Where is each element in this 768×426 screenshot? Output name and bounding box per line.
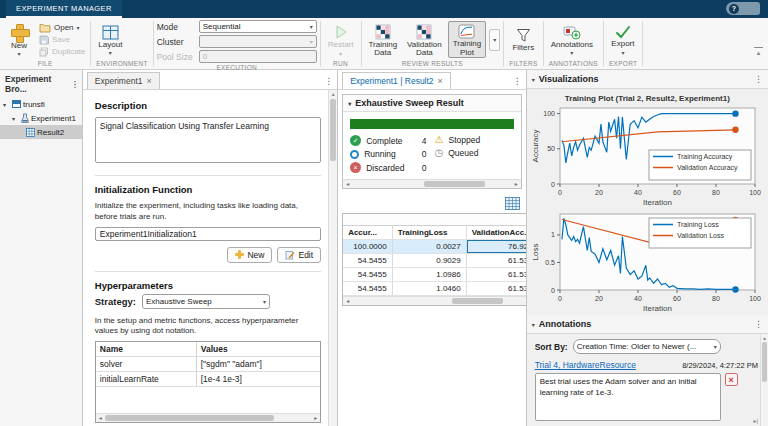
cell-values[interactable]: ["sgdm" "adam"]: [197, 357, 320, 371]
sort-by-select[interactable]: Creation Time: Older to Newer (... ▾: [573, 339, 721, 354]
scrollbar-thumb[interactable]: [424, 181, 485, 187]
annotations-header[interactable]: ▾ Annotations ⋮: [527, 315, 768, 334]
table-row[interactable]: 54.5455 0.9029 61.53: [343, 254, 526, 268]
cell-trainingloss[interactable]: 1.0986: [393, 268, 467, 281]
init-new-button[interactable]: New: [227, 247, 272, 263]
cell-values[interactable]: [1e-4 1e-3]: [197, 372, 320, 386]
close-icon[interactable]: ×: [147, 76, 152, 86]
tree-expand-icon[interactable]: ▾: [12, 115, 19, 122]
col-header-trainingloss[interactable]: TrainingLoss: [393, 226, 467, 239]
scroll-right-icon[interactable]: ►: [311, 415, 320, 421]
delete-annotation-button[interactable]: ×: [725, 373, 738, 386]
init-edit-button[interactable]: Edit: [277, 247, 321, 263]
kebab-menu-icon[interactable]: ⋮: [754, 74, 763, 84]
duplicate-button[interactable]: Duplicate: [37, 47, 87, 57]
scrollbar-thumb[interactable]: [105, 415, 274, 421]
strategy-select[interactable]: Exhaustive Sweep ▾: [142, 294, 270, 309]
scroll-left-icon[interactable]: ◄: [343, 298, 352, 304]
cell-accuracy[interactable]: 100.0000: [343, 240, 393, 253]
dock-icon[interactable]: ▸|: [753, 417, 758, 424]
scrollbar-thumb[interactable]: [452, 298, 504, 304]
svg-text:100: 100: [749, 295, 761, 302]
export-button[interactable]: Export ▾: [607, 23, 639, 56]
training-data-button[interactable]: Training Data: [365, 22, 402, 58]
collapse-icon[interactable]: ▾: [348, 100, 351, 107]
save-button[interactable]: Save: [37, 35, 87, 45]
annotation-text-input[interactable]: Best trial uses the Adam solver and an i…: [535, 373, 721, 421]
open-button[interactable]: Open ▾: [37, 23, 87, 33]
tab-experiment1-result2[interactable]: Experiment1 | Result2 ×: [342, 72, 451, 89]
visualizations-header[interactable]: ▾ Visualizations ⋮: [527, 70, 768, 89]
validation-data-button[interactable]: Validation Data: [403, 22, 446, 58]
mode-select[interactable]: Sequential ▾: [199, 20, 317, 33]
scrollbar-thumb[interactable]: [330, 99, 336, 161]
scrollbar-thumb[interactable]: [762, 342, 767, 382]
col-header-name[interactable]: Name: [96, 342, 197, 356]
initialization-function-input[interactable]: Experiment1Initialization1: [95, 227, 321, 241]
kebab-menu-icon[interactable]: ⋮: [71, 80, 79, 89]
cell-validationaccuracy[interactable]: 61.53: [467, 254, 526, 267]
col-header-accuracy[interactable]: Accur...: [343, 226, 393, 239]
project-icon: [12, 100, 21, 108]
cell-trainingloss[interactable]: 0.9029: [393, 254, 467, 267]
sweep-result-header[interactable]: ▾ Exhaustive Sweep Result: [343, 95, 521, 112]
table-row[interactable]: 100.0000 0.0027 76.92: [343, 240, 526, 254]
pool-size-input[interactable]: 0: [199, 50, 317, 63]
description-input[interactable]: Signal Classification Using Transfer Lea…: [95, 117, 321, 163]
section-label-run: RUN: [324, 59, 358, 69]
table-row[interactable]: solver ["sgdm" "adam"]: [96, 357, 320, 372]
annotations-button[interactable]: Annotations ▾: [547, 23, 597, 57]
scroll-right-icon[interactable]: ►: [524, 298, 526, 304]
table-columns-icon[interactable]: [505, 197, 520, 210]
cell-name[interactable]: initialLearnRate: [96, 372, 197, 386]
tree-item-experiment[interactable]: ▾ Experiment1: [0, 111, 82, 125]
horizontal-scrollbar[interactable]: ◄ ►: [343, 179, 521, 188]
scroll-up-icon[interactable]: ▲: [761, 334, 768, 341]
ribbon-tab-experiment-manager[interactable]: EXPERIMENT MANAGER: [6, 0, 122, 18]
cell-accuracy[interactable]: 54.5455: [343, 268, 393, 281]
svg-text:0: 0: [558, 295, 562, 302]
scroll-right-icon[interactable]: ►: [512, 181, 521, 187]
scroll-left-icon[interactable]: ◄: [343, 181, 352, 187]
tab-experiment1[interactable]: Experiment1 ×: [87, 72, 160, 89]
training-plot-button[interactable]: Training Plot: [448, 21, 487, 58]
tree-item-result[interactable]: Result2: [0, 125, 82, 139]
collapse-icon[interactable]: ▾: [532, 321, 535, 328]
col-header-values[interactable]: Values: [197, 342, 320, 356]
section-label-file: FILE: [3, 59, 87, 69]
kebab-menu-icon[interactable]: ⋮: [754, 319, 763, 329]
collapse-ribbon-button[interactable]: ▴: [754, 47, 763, 56]
horizontal-scrollbar[interactable]: ◄ ►: [343, 296, 526, 305]
filters-button[interactable]: Filters: [507, 26, 539, 52]
cell-trainingloss[interactable]: 0.0027: [393, 240, 467, 253]
annotation-trial-link[interactable]: Trial 4, HardwareResource: [535, 360, 636, 370]
cell-accuracy[interactable]: 54.5455: [343, 254, 393, 267]
cell-validationaccuracy[interactable]: 61.53: [467, 268, 526, 281]
cell-validationaccuracy[interactable]: 61.53: [467, 282, 526, 295]
cell-trainingloss[interactable]: 1.0460: [393, 282, 467, 295]
close-icon[interactable]: ×: [438, 76, 443, 86]
scroll-left-icon[interactable]: ◄: [96, 415, 105, 421]
cell-accuracy[interactable]: 54.5455: [343, 282, 393, 295]
horizontal-scrollbar[interactable]: ◄ ►: [96, 413, 320, 422]
cluster-select[interactable]: ▾: [199, 35, 317, 48]
scroll-up-icon[interactable]: ▲: [329, 90, 337, 97]
cell-name[interactable]: solver: [96, 357, 197, 371]
review-results-dropdown-button[interactable]: ▾: [489, 29, 500, 51]
kebab-menu-icon[interactable]: ⋮: [324, 76, 337, 86]
new-button[interactable]: New ▾: [3, 22, 35, 58]
tree-item-project[interactable]: ▾ trunsfi: [0, 97, 82, 111]
help-button[interactable]: ?: [726, 2, 760, 15]
collapse-icon[interactable]: ▾: [532, 76, 535, 83]
table-row[interactable]: 54.5455 1.0460 61.53: [343, 282, 526, 296]
vertical-scrollbar[interactable]: ▲: [760, 334, 768, 426]
vertical-scrollbar[interactable]: ▲: [328, 90, 337, 426]
tree-expand-icon[interactable]: ▾: [3, 101, 10, 108]
layout-button[interactable]: Layout ▾: [94, 23, 126, 57]
cell-validationaccuracy[interactable]: 76.92: [467, 240, 526, 253]
table-row[interactable]: initialLearnRate [1e-4 1e-3]: [96, 372, 320, 387]
restart-button[interactable]: Restart ▾: [324, 22, 358, 57]
table-row[interactable]: 54.5455 1.0986 61.53: [343, 268, 526, 282]
kebab-menu-icon[interactable]: ⋮: [513, 76, 526, 86]
col-header-validationaccuracy[interactable]: ValidationAcc...: [467, 226, 526, 239]
